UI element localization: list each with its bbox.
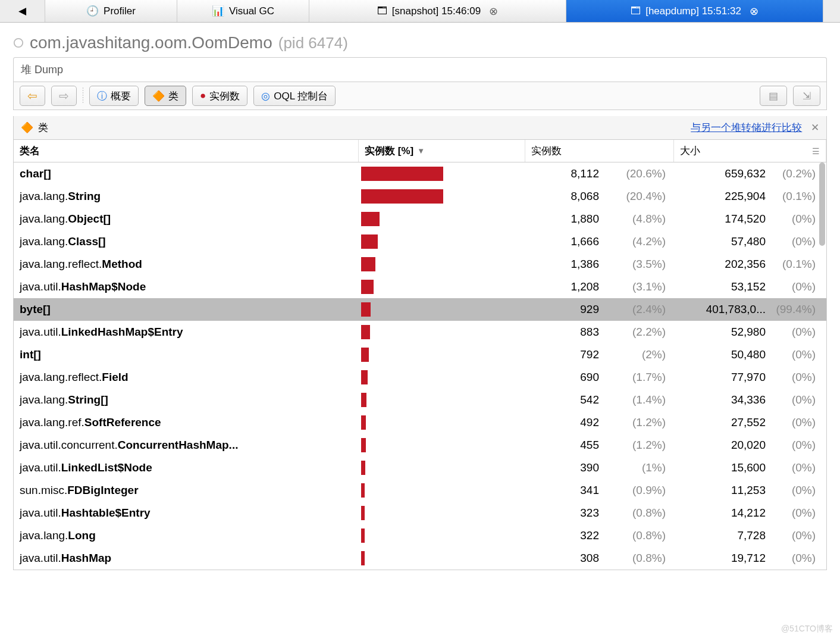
- col-label: 大小: [680, 144, 700, 158]
- cell-instances: 8,068: [525, 190, 604, 203]
- cell-instances: 492: [525, 416, 604, 429]
- cell-size-pct: (0.2%): [769, 167, 826, 180]
- cell-instances-pct: (0.8%): [604, 506, 674, 520]
- cell-size: 57,480: [674, 235, 769, 248]
- table-row[interactable]: java.lang.ref.SoftReference492(1.2%)27,5…: [14, 411, 826, 434]
- overview-button[interactable]: ⓘ 概要: [89, 86, 139, 106]
- cell-bar: [359, 343, 525, 366]
- cell-size-pct: (0%): [769, 212, 826, 226]
- app-pid: (pid 6474): [278, 34, 348, 52]
- window-button-2[interactable]: ⇲: [793, 86, 820, 106]
- table-row[interactable]: java.lang.Object[]1,880(4.8%)174,520(0%): [14, 208, 826, 230]
- oql-button[interactable]: ◎ OQL 控制台: [253, 86, 336, 106]
- cell-instances: 8,112: [525, 167, 604, 180]
- nav-forward-button[interactable]: ⇨: [51, 86, 77, 106]
- cell-instances: 455: [525, 439, 604, 452]
- table-row[interactable]: int[]792(2%)50,480(0%): [14, 343, 826, 366]
- close-icon[interactable]: ⊗: [489, 5, 498, 18]
- close-icon[interactable]: ⊗: [750, 5, 758, 18]
- content-panel: 🔶 类 与另一个堆转储进行比较 ✕ 类名 实例数 [%] ▼ 实例数 大小 ☰ …: [13, 116, 827, 570]
- compare-link[interactable]: 与另一个堆转储进行比较: [691, 122, 802, 133]
- window-icon: 🗔: [377, 5, 387, 17]
- table-row[interactable]: java.lang.String[]542(1.4%)34,336(0%): [14, 389, 826, 411]
- cell-size-pct: (0%): [769, 393, 826, 406]
- table-row[interactable]: java.lang.Class[]1,666(4.2%)57,480(0%): [14, 230, 826, 253]
- cell-bar: [359, 456, 525, 479]
- tab-profiler[interactable]: 🕘 Profiler: [45, 0, 177, 22]
- cell-instances-pct: (1.2%): [604, 439, 674, 452]
- cell-instances: 322: [525, 529, 604, 542]
- cell-classname: java.util.HashMap: [14, 552, 359, 565]
- close-icon[interactable]: ✕: [811, 122, 819, 133]
- table-row[interactable]: java.lang.reflect.Method1,386(3.5%)202,3…: [14, 253, 826, 276]
- svg-point-0: [14, 39, 23, 47]
- query-icon: ◎: [261, 90, 270, 102]
- table-row[interactable]: java.util.HashMap$Node1,208(3.1%)53,152(…: [14, 276, 826, 298]
- cell-classname: java.lang.ref.SoftReference: [14, 416, 359, 429]
- cell-instances-pct: (2.4%): [604, 303, 674, 316]
- cell-classname: java.util.concurrent.ConcurrentHashMap..…: [14, 439, 359, 452]
- table-row[interactable]: char[]8,112(20.6%)659,632(0.2%): [14, 162, 826, 185]
- cell-instances-pct: (1%): [604, 461, 674, 474]
- cell-size-pct: (0%): [769, 416, 826, 429]
- table-row[interactable]: java.lang.Long322(0.8%)7,728(0%): [14, 524, 826, 547]
- instances-button[interactable]: ● 实例数: [192, 86, 247, 106]
- table-row[interactable]: java.lang.String8,068(20.4%)225,904(0.1%…: [14, 185, 826, 208]
- cell-size: 174,520: [674, 212, 769, 226]
- cell-instances: 341: [525, 484, 604, 497]
- cell-size-pct: (0.1%): [769, 190, 826, 203]
- cell-size: 11,253: [674, 484, 769, 497]
- cell-bar: [359, 434, 525, 456]
- cell-instances: 1,880: [525, 212, 604, 226]
- table-row[interactable]: java.util.Hashtable$Entry323(0.8%)14,212…: [14, 502, 826, 524]
- table-row[interactable]: java.util.LinkedHashMap$Entry883(2.2%)52…: [14, 321, 826, 343]
- cell-size: 53,152: [674, 280, 769, 293]
- cell-size-pct: (0%): [769, 348, 826, 361]
- back-button[interactable]: ◀: [0, 0, 45, 22]
- cell-size: 202,356: [674, 258, 769, 271]
- column-menu-icon[interactable]: ☰: [812, 146, 820, 156]
- table-row[interactable]: byte[]929(2.4%)401,783,0...(99.4%): [14, 298, 826, 321]
- table-row[interactable]: java.util.concurrent.ConcurrentHashMap..…: [14, 434, 826, 456]
- cell-size-pct: (0%): [769, 529, 826, 542]
- cell-size-pct: (99.4%): [769, 303, 826, 316]
- nav-back-button[interactable]: ⇦: [20, 86, 45, 106]
- cell-classname: java.lang.Object[]: [14, 212, 359, 226]
- table-row[interactable]: java.lang.reflect.Field690(1.7%)77,970(0…: [14, 366, 826, 389]
- cell-instances: 542: [525, 393, 604, 406]
- cell-size: 225,904: [674, 190, 769, 203]
- cell-size: 77,970: [674, 371, 769, 384]
- tab-heapdump[interactable]: 🗔 [heapdump] 15:51:32 ⊗: [566, 0, 823, 22]
- tab-snapshot[interactable]: 🗔 [snapshot] 15:46:09 ⊗: [309, 0, 566, 22]
- window-button-1[interactable]: ▤: [760, 86, 787, 106]
- cell-bar: [359, 389, 525, 411]
- cell-instances-pct: (1.2%): [604, 416, 674, 429]
- info-icon: ⓘ: [97, 89, 107, 103]
- cell-classname: char[]: [14, 167, 359, 180]
- classes-button[interactable]: 🔶 类: [145, 86, 186, 106]
- panel-header: 🔶 类 与另一个堆转储进行比较 ✕: [14, 116, 826, 140]
- col-instances[interactable]: 实例数: [525, 140, 674, 162]
- table-row[interactable]: java.util.HashMap308(0.8%)19,712(0%): [14, 547, 826, 570]
- table-row[interactable]: sun.misc.FDBigInteger341(0.9%)11,253(0%): [14, 479, 826, 502]
- cell-classname: java.util.HashMap$Node: [14, 280, 359, 293]
- cell-classname: java.lang.String: [14, 190, 359, 203]
- scrollbar-thumb[interactable]: [819, 162, 825, 246]
- panel-title: 类: [38, 121, 48, 135]
- col-name[interactable]: 类名: [14, 140, 359, 162]
- cell-instances: 390: [525, 461, 604, 474]
- cell-instances-pct: (0.8%): [604, 529, 674, 542]
- cell-size-pct: (0%): [769, 552, 826, 565]
- tab-visualgc[interactable]: 📊 Visual GC: [177, 0, 309, 22]
- cell-classname: java.util.LinkedList$Node: [14, 461, 359, 474]
- app-title: com.javashitang.oom.OomDemo: [30, 33, 272, 52]
- col-instances-pct[interactable]: 实例数 [%] ▼: [359, 140, 525, 162]
- cell-size: 34,336: [674, 393, 769, 406]
- scrollbar[interactable]: [819, 162, 825, 570]
- table-row[interactable]: java.util.LinkedList$Node390(1%)15,600(0…: [14, 456, 826, 479]
- cell-size-pct: (0%): [769, 484, 826, 497]
- toolbar: ⇦ ⇨ ⓘ 概要 🔶 类 ● 实例数 ◎ OQL 控制台 ▤ ⇲: [14, 82, 826, 110]
- cell-instances-pct: (20.4%): [604, 190, 674, 203]
- cell-bar: [359, 366, 525, 389]
- col-size[interactable]: 大小 ☰: [674, 140, 826, 162]
